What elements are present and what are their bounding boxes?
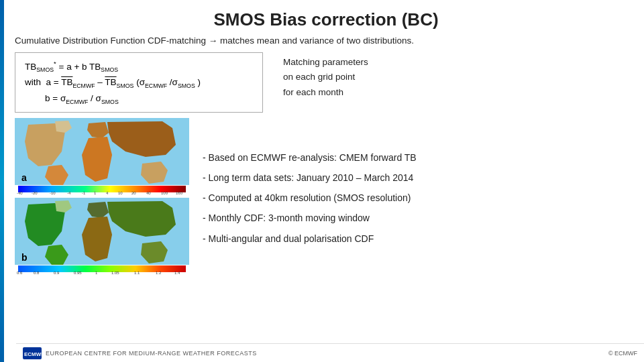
- svg-text:1.05: 1.05: [111, 271, 119, 275]
- svg-text:100: 100: [161, 191, 168, 195]
- svg-text:ECMWF: ECMWF: [24, 351, 42, 357]
- svg-text:-10: -10: [50, 191, 56, 195]
- sub-sig-smos: SMOS: [178, 82, 195, 89]
- sub-sig-ecmwf: ECMWF: [145, 82, 167, 89]
- bullet-1: - Based on ECMWF re-analysis: CMEM forwa…: [203, 152, 637, 164]
- map-b-label: b: [21, 252, 28, 263]
- svg-text:160: 160: [176, 191, 183, 195]
- left-accent: [0, 0, 4, 362]
- svg-text:1.2: 1.2: [156, 271, 162, 275]
- overline-tb-smos: TB: [105, 77, 116, 87]
- formula-box: TBSMOS* = a + b TBSMOS with a = TBECMWF …: [15, 52, 263, 113]
- svg-text:1.4: 1.4: [174, 271, 180, 275]
- page: SMOS Bias correction (BC) Cumulative Dis…: [0, 0, 644, 362]
- footer-center-text: EUROPEAN CENTRE FOR MEDIUM-RANGE WEATHER…: [46, 350, 257, 357]
- subtitle: Cumulative Distribution Function CDF-mat…: [8, 36, 644, 52]
- bullet-5: - Multi-angular and dual polarisation CD…: [203, 233, 637, 245]
- svg-text:1.1: 1.1: [134, 271, 140, 275]
- svg-text:-1: -1: [82, 191, 86, 195]
- sub-smos1: SMOS: [36, 66, 54, 73]
- map-b-svg: 0.6 0.8 0.9 0.95 1 1.05 1.1 1.2 1.4: [15, 198, 189, 275]
- ecmwf-logo-icon: ECMWF: [23, 347, 42, 359]
- svg-text:0.6: 0.6: [17, 271, 23, 275]
- svg-text:0.95: 0.95: [74, 271, 82, 275]
- matching-params: Matching parameters on each grid point f…: [283, 52, 368, 100]
- page-title: SMOS Bias correction (BC): [8, 0, 644, 36]
- sub-smos2: SMOS: [101, 66, 118, 73]
- footer: ECMWF EUROPEAN CENTRE FOR MEDIUM-RANGE W…: [16, 343, 644, 362]
- map-a-container: -40 -20 -10 -4 -1 1 4 10 20 40 100 160: [15, 118, 189, 195]
- sub-ecmwf1: ECMWF: [72, 82, 95, 89]
- content-area: SMOS Bias correction (BC) Cumulative Dis…: [8, 0, 644, 362]
- svg-text:20: 20: [131, 191, 136, 195]
- sub-smos4: SMOS: [101, 98, 119, 105]
- footer-logo: ECMWF EUROPEAN CENTRE FOR MEDIUM-RANGE W…: [23, 347, 257, 359]
- sup-star: *: [54, 60, 56, 67]
- svg-text:10: 10: [118, 191, 123, 195]
- svg-text:0.8: 0.8: [34, 271, 40, 275]
- svg-text:40: 40: [146, 191, 151, 195]
- map-b-container: 0.6 0.8 0.9 0.95 1 1.05 1.1 1.2 1.4 b: [15, 198, 189, 275]
- sub-smos3: SMOS: [117, 82, 134, 89]
- matching-line2: on each grid point: [283, 70, 368, 84]
- svg-text:-4: -4: [67, 191, 71, 195]
- main-area: -40 -20 -10 -4 -1 1 4 10 20 40 100 160: [15, 118, 637, 275]
- svg-text:0.9: 0.9: [54, 271, 60, 275]
- matching-line3: for each month: [283, 85, 368, 100]
- footer-copyright: © ECMWF: [608, 350, 637, 357]
- map-a: -40 -20 -10 -4 -1 1 4 10 20 40 100 160: [15, 118, 189, 195]
- maps-column: -40 -20 -10 -4 -1 1 4 10 20 40 100 160: [15, 118, 189, 275]
- formula-line1: TBSMOS* = a + b TBSMOS: [25, 58, 253, 75]
- overline-tb-ecmwf: TB: [61, 77, 72, 87]
- bullet-2: - Long term data sets: January 2010 – Ma…: [203, 172, 637, 184]
- map-a-svg: -40 -20 -10 -4 -1 1 4 10 20 40 100 160: [15, 118, 189, 195]
- svg-text:-20: -20: [32, 191, 38, 195]
- bullet-4: - Monthly CDF: 3-month moving window: [203, 212, 637, 224]
- map-b: 0.6 0.8 0.9 0.95 1 1.05 1.1 1.2 1.4 b: [15, 198, 189, 275]
- formula-area: TBSMOS* = a + b TBSMOS with a = TBECMWF …: [15, 52, 637, 113]
- matching-line1: Matching parameters: [283, 55, 368, 70]
- formula-line2: with a = TBECMWF – TBSMOS (σECMWF /σSMOS…: [25, 75, 253, 91]
- sub-ecmwf2: ECMWF: [66, 98, 88, 105]
- formula-line3: b = σECMWF / σSMOS: [25, 91, 253, 107]
- bullets-column: - Based on ECMWF re-analysis: CMEM forwa…: [196, 118, 637, 275]
- bullet-3: - Computed at 40km resolution (SMOS reso…: [203, 192, 637, 204]
- svg-text:-40: -40: [17, 191, 23, 195]
- map-a-label: a: [21, 172, 27, 183]
